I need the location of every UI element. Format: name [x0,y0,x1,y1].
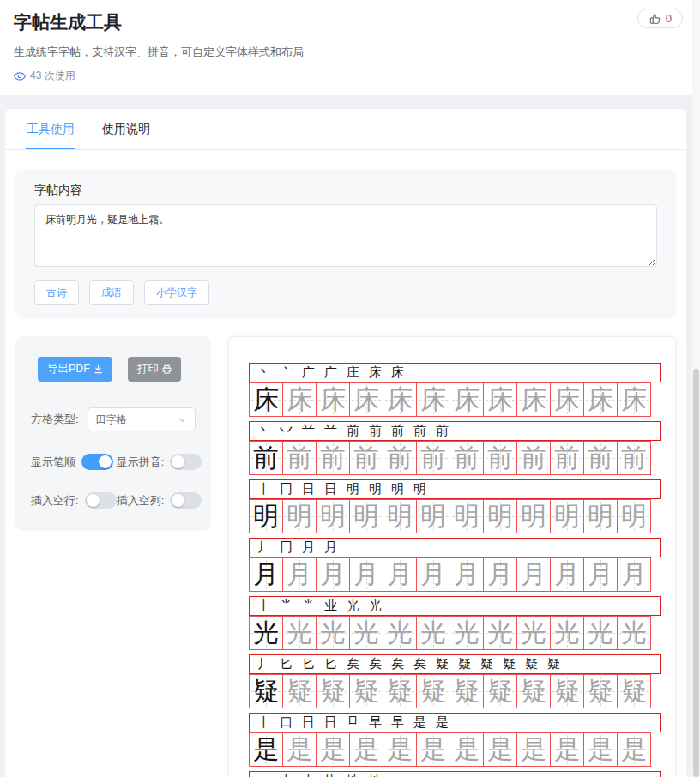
stroke-step: 亠 [280,364,293,381]
preset-button-2[interactable]: 小学汉字 [144,280,209,305]
stroke-step: 地 [347,773,359,777]
practice-glyph: 是 [521,737,546,762]
grid-type-select[interactable]: 田字格 [88,407,196,431]
practice-glyph: 明 [287,503,312,529]
practice-glyph: 是 [287,737,312,762]
grid-type-value: 田字格 [96,413,127,427]
practice-row: 光光光光光光光光光光光光 [249,616,661,650]
print-button[interactable]: 打印 [128,357,181,382]
practice-glyph: 床 [521,387,546,413]
practice-cell: 明 [583,499,618,533]
practice-glyph: 前 [454,445,480,471]
stroke-step: 广 [324,364,337,381]
tab-instructions[interactable]: 使用说明 [101,109,151,149]
practice-cell: 月 [416,557,450,592]
practice-glyph: 光 [521,620,546,646]
practice-cell-main: 光 [249,616,283,650]
stroke-order-row: 丨口日日旦早早是是 [249,713,661,732]
content-textarea[interactable]: 床前明月光，疑是地上霜。 [34,204,657,267]
practice-cell: 床 [383,382,417,417]
practice-cell: 光 [516,616,551,650]
practice-cell: 月 [383,557,417,592]
toggle-knob [172,455,184,468]
practice-cell: 光 [416,616,450,650]
practice-glyph: 床 [387,387,413,413]
like-button[interactable]: 0 [637,9,683,28]
practice-cell: 月 [316,557,350,592]
practice-cell: 前 [383,441,417,475]
stroke-step: 明 [391,481,404,497]
practice-cell: 前 [282,441,317,475]
practice-glyph: 前 [420,445,446,471]
practice-cell: 月 [516,557,551,592]
practice-cell: 是 [583,732,618,767]
practice-cell: 疑 [583,674,618,708]
practice-cell: 光 [617,616,651,650]
practice-cell: 光 [282,616,317,650]
practice-glyph: 疑 [353,678,379,704]
toggle-switch-2[interactable] [85,492,117,509]
toggle-knob [99,455,112,468]
practice-glyph: 是 [320,737,346,762]
stroke-step: 冂 [280,539,293,556]
stroke-step: 明 [369,481,382,497]
practice-cell: 月 [483,557,517,592]
practice-cell: 是 [617,732,651,767]
practice-cell: 疑 [383,674,417,708]
practice-glyph: 床 [454,387,480,413]
practice-glyph: 疑 [387,678,413,704]
export-pdf-button[interactable]: 导出PDF [38,357,112,382]
practice-cell: 床 [349,382,383,417]
practice-cell: 疑 [550,674,584,708]
toggle-switch-3[interactable] [170,492,202,509]
practice-glyph: 明 [621,503,647,529]
char-block: 丶亠广广庄床床床床床床床床床床床床床床 [249,363,661,417]
stroke-step: 矣 [391,656,404,672]
practice-cell: 月 [617,557,651,592]
practice-cell: 是 [516,732,551,767]
practice-glyph: 前 [353,445,379,471]
scrollbar-thumb[interactable] [693,369,699,777]
toggle-switch-1[interactable] [170,454,202,470]
like-count: 0 [666,12,672,25]
stroke-step: 匕 [302,656,315,672]
stroke-step: 冂 [280,481,293,497]
stroke-step: 䒑 [302,423,315,439]
page-subtitle: 生成练字字帖，支持汉字、拼音，可自定义字体样式和布局 [14,45,686,60]
tab-tool-use[interactable]: 工具使用 [26,109,75,149]
practice-cell: 床 [282,382,317,417]
stroke-step: 前 [436,423,449,439]
grid-type-row: 方格类型: 田字格 [31,407,196,431]
practice-glyph: 月 [353,562,379,587]
practice-glyph: 前 [253,445,279,471]
stroke-step: 前 [413,423,426,439]
toggle-switch-0[interactable] [81,454,113,470]
stroke-step: 日 [302,481,315,497]
preset-button-1[interactable]: 成语 [89,280,134,305]
stroke-step: 丨 [257,481,270,497]
practice-cell: 疑 [349,674,383,708]
toggle-item-0: 显示笔顺 [31,454,117,470]
printer-icon [162,364,172,374]
practice-cell: 光 [316,616,350,650]
copybook-preview: 丶亠广广庄床床床床床床床床床床床床床床丶丷䒑䒑前前前前前前前前前前前前前前前前前… [228,336,676,777]
stroke-step: 光 [347,598,359,614]
practice-cell: 是 [483,732,517,767]
practice-glyph: 疑 [487,678,513,704]
stroke-step: 丿 [257,539,270,556]
practice-cell: 前 [583,441,618,475]
practice-cell: 月 [583,557,618,592]
practice-cell: 床 [483,382,517,417]
content-form-panel: 字帖内容 床前明月光，疑是地上霜。 古诗成语小学汉字 [15,169,676,319]
practice-glyph: 疑 [420,678,446,704]
stroke-order-row: 丶亠广广庄床床 [249,363,661,382]
preset-button-0[interactable]: 古诗 [34,280,79,305]
char-block: 丨口日日旦早早是是是是是是是是是是是是是是 [249,713,661,767]
practice-cell: 疑 [416,674,450,708]
practice-glyph: 月 [521,562,546,587]
stroke-order-row: 一十土圠地地 [249,771,661,777]
preset-row: 古诗成语小学汉字 [34,280,657,305]
chevron-down-icon [178,415,187,425]
practice-glyph: 疑 [554,678,580,704]
practice-cell: 前 [416,441,450,475]
